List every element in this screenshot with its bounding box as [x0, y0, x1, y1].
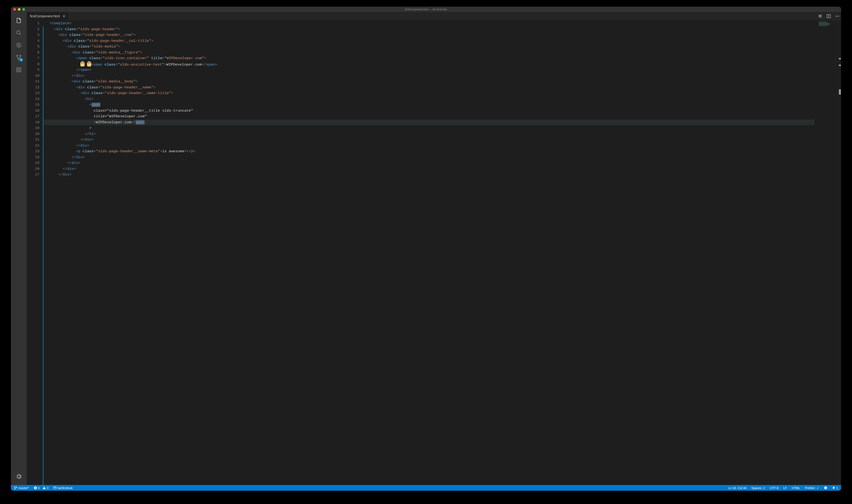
zoom-window-button[interactable]: [22, 8, 25, 11]
activity-bar: 4: [11, 12, 27, 199]
svg-point-0: [17, 31, 20, 34]
gutter: 1234567891011121314151617181920212223242…: [27, 20, 43, 199]
debug-icon[interactable]: [13, 39, 24, 51]
app-window: firstComponent.html — lwc-first-look 4: [11, 7, 337, 199]
tab-label: firstComponent.html: [30, 14, 60, 18]
extensions-icon[interactable]: [13, 64, 24, 75]
minimize-window-button[interactable]: [18, 8, 20, 11]
explorer-icon[interactable]: [13, 15, 24, 26]
scm-badge: 4: [19, 58, 23, 62]
svg-rect-7: [18, 69, 20, 71]
titlebar: firstComponent.html — lwc-first-look: [11, 7, 337, 12]
editor-body[interactable]: 1234567891011121314151617181920212223242…: [27, 20, 337, 199]
svg-point-2: [19, 44, 19, 44]
code-content[interactable]: <template> <div class="slds-page-header"…: [44, 20, 337, 199]
editor-tabs: firstComponent.html: [27, 12, 337, 20]
close-window-button[interactable]: [13, 8, 16, 11]
search-icon[interactable]: [13, 27, 24, 38]
svg-point-4: [20, 55, 21, 56]
svg-point-3: [17, 55, 18, 56]
source-control-icon[interactable]: 4: [13, 52, 24, 63]
svg-rect-6: [17, 68, 21, 72]
tab-close-button[interactable]: [62, 14, 66, 18]
tab-firstcomponent[interactable]: firstComponent.html: [27, 12, 68, 20]
